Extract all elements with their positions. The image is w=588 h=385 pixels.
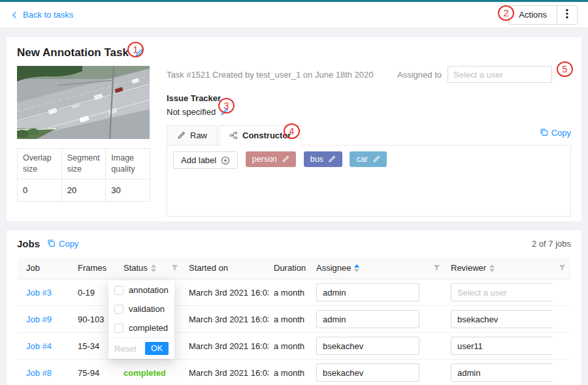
assignee-input[interactable] xyxy=(316,310,419,328)
duration-cell: a month xyxy=(269,368,311,378)
edit-label-icon[interactable] xyxy=(328,155,336,163)
copy-labels-label: Copy xyxy=(551,128,571,138)
add-label-label: Add label xyxy=(181,155,216,165)
jobs-count: 2 of 7 jobs xyxy=(532,239,571,249)
param-header-quality: Image quality xyxy=(106,149,150,179)
copy-labels-link[interactable]: Copy xyxy=(540,128,571,142)
edit-label-icon[interactable] xyxy=(282,155,289,163)
column-header-reviewer[interactable]: Reviewer xyxy=(446,263,553,273)
copy-icon xyxy=(47,239,56,249)
add-label-button[interactable]: Add label xyxy=(173,151,238,169)
copy-jobs-label: Copy xyxy=(59,239,78,249)
edit-label-icon[interactable] xyxy=(372,155,380,163)
assignee-input[interactable] xyxy=(316,337,419,355)
caret-up-icon xyxy=(489,264,495,268)
checkbox[interactable] xyxy=(114,324,123,333)
job-row: Job #8 75-94 completed March 3rd 2021 16… xyxy=(17,360,571,385)
label-tag-car-name: car xyxy=(356,155,367,164)
assignee-input[interactable] xyxy=(316,363,419,382)
caret-down-icon xyxy=(489,269,495,272)
chevron-left-icon xyxy=(10,11,18,19)
reviewer-input[interactable] xyxy=(451,337,553,355)
caret-down-icon xyxy=(354,269,359,272)
label-tag-person[interactable]: person xyxy=(246,151,296,167)
task-title: New Annotation Task xyxy=(17,46,129,59)
tab-raw[interactable]: Raw xyxy=(167,125,218,146)
column-header-duration: Duration xyxy=(269,263,311,273)
task-parameters-table: Overlap size Segment size Image quality … xyxy=(17,148,150,202)
label-tag-bus-name: bus xyxy=(310,155,323,164)
job-link[interactable]: Job #4 xyxy=(26,341,52,351)
column-header-status[interactable]: Status xyxy=(118,263,165,273)
jobs-table-header: Job Frames Status Started on Duration As… xyxy=(17,257,571,279)
plus-circle-icon xyxy=(221,156,230,165)
caret-up-icon xyxy=(354,264,359,268)
actions-button-group: Actions xyxy=(508,5,578,25)
param-value-segment: 20 xyxy=(61,179,106,201)
job-row: Job #9 90-103 March 3rd 2021 16:03 a mon… xyxy=(17,306,571,333)
param-header-segment: Segment size xyxy=(61,149,106,179)
annotation-circle-4: 4 xyxy=(284,123,300,139)
column-header-frames: Frames xyxy=(73,263,118,273)
column-header-assignee[interactable]: Assignee xyxy=(311,263,427,273)
job-link[interactable]: Job #9 xyxy=(26,315,52,324)
param-header-overlap: Overlap size xyxy=(18,149,62,179)
param-value-overlap: 0 xyxy=(18,179,62,201)
job-row: Job #3 0-19 March 3rd 2021 16:03 a month xyxy=(17,279,571,306)
branch-icon xyxy=(229,131,238,140)
assignee-filter-icon[interactable] xyxy=(427,264,446,271)
issue-tracker-value: Not specified xyxy=(167,107,216,117)
copy-jobs-link[interactable]: Copy xyxy=(47,239,78,249)
filter-option-validation[interactable]: validation xyxy=(108,300,174,318)
started-on-cell: March 3rd 2021 16:03 xyxy=(184,368,269,378)
back-to-tasks-link[interactable]: Back to tasks xyxy=(10,10,73,20)
task-meta-text: Task #1521 Created by test_user_1 on Jun… xyxy=(167,66,374,80)
reviewer-input[interactable] xyxy=(451,310,553,328)
checkbox[interactable] xyxy=(114,286,123,295)
filter-option-annotation-label: annotation xyxy=(129,285,169,295)
actions-more-button[interactable] xyxy=(557,6,577,24)
job-link[interactable]: Job #3 xyxy=(26,288,52,298)
status-filter-dropdown: annotation validation completed Reset OK xyxy=(108,281,174,359)
filter-reset-button[interactable]: Reset xyxy=(114,344,137,354)
task-right-column: Task #1521 Created by test_user_1 on Jun… xyxy=(167,66,571,217)
back-to-tasks-label: Back to tasks xyxy=(23,10,73,20)
assigned-to-label: Assigned to xyxy=(397,70,442,80)
jobs-card: Jobs Copy 2 of 7 jobs Job Frames Status … xyxy=(7,230,581,385)
frames-cell: 75-94 xyxy=(73,368,118,378)
filter-ok-button[interactable]: OK xyxy=(145,342,169,355)
status-sort-icon[interactable] xyxy=(151,264,156,272)
label-tag-bus[interactable]: bus xyxy=(304,151,342,167)
annotation-circle-3: 3 xyxy=(218,98,235,114)
assignee-sort-icon[interactable] xyxy=(354,264,359,272)
filter-option-completed[interactable]: completed xyxy=(108,318,174,337)
caret-up-icon xyxy=(151,264,156,268)
job-row: Job #4 15-34 March 3rd 2021 16:03 a mont… xyxy=(17,333,571,360)
reviewer-input[interactable] xyxy=(451,363,553,382)
job-link[interactable]: Job #8 xyxy=(26,368,52,378)
checkbox[interactable] xyxy=(114,305,123,314)
assignee-input[interactable] xyxy=(316,283,419,301)
reviewer-sort-icon[interactable] xyxy=(489,264,495,272)
filter-option-annotation[interactable]: annotation xyxy=(108,281,174,300)
tab-raw-label: Raw xyxy=(190,131,207,140)
caret-down-icon xyxy=(151,269,156,272)
reviewer-filter-icon[interactable] xyxy=(553,264,571,271)
task-assignee-input[interactable] xyxy=(448,66,552,83)
reviewer-input[interactable] xyxy=(451,283,553,301)
status-filter-icon[interactable] xyxy=(165,264,184,271)
copy-icon xyxy=(540,128,548,138)
pencil-icon xyxy=(177,131,186,140)
label-tag-person-name: person xyxy=(252,155,277,164)
param-value-quality: 30 xyxy=(106,179,150,201)
task-left-column: Overlap size Segment size Image quality … xyxy=(17,66,151,217)
task-preview-image xyxy=(17,66,150,139)
annotation-circle-1: 1 xyxy=(127,42,144,57)
duration-cell: a month xyxy=(269,341,311,351)
actions-button[interactable]: Actions xyxy=(509,6,557,24)
label-tag-car[interactable]: car xyxy=(350,151,386,167)
status-text: completed xyxy=(123,368,165,378)
started-on-cell: March 3rd 2021 16:03 xyxy=(184,288,269,298)
annotation-circle-5: 5 xyxy=(557,61,573,77)
jobs-table: Job Frames Status Started on Duration As… xyxy=(17,257,571,385)
